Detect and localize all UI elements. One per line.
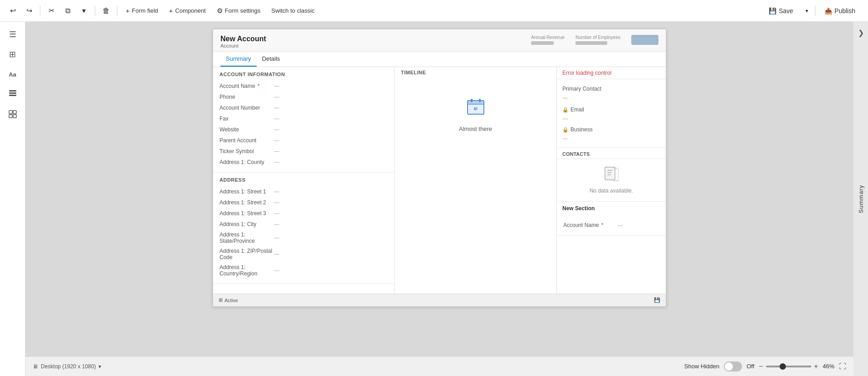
- field-value-new-account-name: ---: [618, 222, 623, 228]
- dropdown-button[interactable]: ▾: [77, 4, 91, 18]
- form-canvas: New Account Account Annual Revenue Numbe…: [213, 29, 666, 307]
- tab-details[interactable]: Details: [257, 52, 286, 67]
- form-subtitle: Account: [220, 43, 266, 48]
- svg-rect-2: [9, 90, 16, 92]
- publish-label: Publish: [834, 7, 855, 14]
- account-info-title: ACCOUNT INFORMATION: [219, 72, 388, 77]
- stat1-label: Annual Revenue: [531, 35, 565, 40]
- business-icon: 🔒: [562, 127, 569, 133]
- svg-rect-1: [9, 95, 16, 96]
- form-header: New Account Account Annual Revenue Numbe…: [213, 29, 666, 52]
- form-body: ACCOUNT INFORMATION Account Name * --- P…: [213, 67, 666, 294]
- field-label-country: Address 1: Country/Region: [219, 264, 274, 277]
- svg-rect-4: [13, 111, 16, 114]
- required-marker: *: [256, 83, 260, 89]
- separator-3: [117, 5, 117, 16]
- field-value-website: ---: [274, 126, 279, 133]
- field-value-zip: ---: [274, 251, 279, 257]
- redo-button[interactable]: ↪: [22, 4, 36, 18]
- sidebar-layers-icon[interactable]: [4, 85, 22, 103]
- left-sidebar: ☰ ⊞ Aa: [0, 22, 25, 376]
- zoom-plus-button[interactable]: +: [814, 362, 818, 371]
- table-row: Account Number ---: [219, 102, 388, 113]
- svg-rect-5: [9, 115, 12, 118]
- show-hidden-label: Show Hidden: [684, 363, 719, 370]
- bottom-bar: 🖥 Desktop (1920 x 1080) ▾ Show Hidden Of…: [25, 356, 853, 376]
- field-label-ticker: Ticker Symbol: [219, 148, 274, 154]
- business-value: ---: [562, 135, 660, 143]
- form-footer: ⊞ Active 💾: [213, 294, 666, 306]
- email-text: Email: [571, 106, 584, 113]
- field-label-county: Address 1: County: [219, 159, 274, 165]
- required-marker-2: *: [600, 222, 604, 228]
- business-text: Business: [571, 126, 593, 133]
- field-label-parent-account: Parent Account: [219, 137, 274, 144]
- field-value-phone: ---: [274, 94, 279, 100]
- form-settings-button[interactable]: ⚙ Form settings: [212, 5, 265, 17]
- publish-button[interactable]: 📤 Publish: [817, 5, 863, 17]
- field-value-state: ---: [274, 235, 279, 241]
- show-hidden-toggle[interactable]: [724, 362, 742, 371]
- separator-2: [95, 5, 95, 16]
- undo-button[interactable]: ↩: [5, 4, 20, 18]
- table-row: Address 1: Street 3 ---: [219, 208, 388, 219]
- cut-button[interactable]: ✂: [44, 4, 59, 18]
- address-section: ADDRESS Address 1: Street 1 --- Address …: [213, 173, 394, 284]
- right-collapse-button[interactable]: ❯: [854, 26, 867, 39]
- device-dropdown-icon[interactable]: ▾: [98, 363, 101, 370]
- address-title: ADDRESS: [219, 177, 388, 183]
- timeline-label: Almost there: [459, 125, 492, 132]
- switch-classic-button[interactable]: Switch to classic: [267, 5, 319, 16]
- field-value-country: ---: [274, 267, 279, 274]
- toolbar-right: 💾 Save ▾ 📤 Publish: [761, 3, 863, 19]
- no-data-section: No data available.: [557, 159, 666, 201]
- svg-rect-16: [607, 172, 612, 173]
- fullscreen-button[interactable]: ⛶: [839, 362, 846, 371]
- zoom-slider[interactable]: [766, 366, 811, 367]
- table-row: Account Name * ---: [563, 220, 659, 231]
- sidebar-component-icon[interactable]: [4, 105, 22, 123]
- stat2-placeholder: [575, 41, 607, 45]
- field-value-fax: ---: [274, 116, 279, 122]
- no-data-text: No data available.: [590, 188, 633, 194]
- save-dropdown-button[interactable]: ▾: [800, 3, 813, 19]
- form-field-button[interactable]: + Form field: [121, 5, 163, 17]
- field-label-phone: Phone: [219, 94, 274, 100]
- plus-icon-2: +: [169, 7, 173, 14]
- table-row: Fax ---: [219, 113, 388, 124]
- save-icon: 💾: [769, 7, 776, 14]
- field-value-parent-account: ---: [274, 137, 279, 144]
- email-value: ---: [562, 115, 660, 123]
- form-settings-label: Form settings: [225, 7, 261, 14]
- primary-contact-section: Primary Contact --- 🔒 Email --- 🔒 Busine…: [557, 79, 666, 148]
- form-status: ⊞ Active: [219, 297, 238, 303]
- field-value-street3: ---: [274, 210, 279, 217]
- field-label-new-account-name: Account Name *: [563, 222, 618, 228]
- sidebar-menu-icon[interactable]: ☰: [4, 25, 22, 43]
- svg-rect-14: [605, 167, 615, 180]
- toolbar: ↩ ↪ ✂ ⧉ ▾ 🗑 + Form field + Component ⚙ F…: [0, 0, 868, 22]
- field-value-street2: ---: [274, 199, 279, 206]
- field-label-account-number: Account Number: [219, 105, 274, 111]
- delete-button[interactable]: 🗑: [99, 4, 113, 18]
- form-header-stats: Annual Revenue Number of Employees: [531, 35, 658, 46]
- account-info-section: ACCOUNT INFORMATION Account Name * --- P…: [213, 67, 394, 173]
- sidebar-text-icon[interactable]: Aa: [4, 65, 22, 83]
- bottom-left: 🖥 Desktop (1920 x 1080) ▾: [33, 363, 101, 370]
- field-label-street1: Address 1: Street 1: [219, 188, 274, 195]
- sidebar-grid-icon[interactable]: ⊞: [4, 45, 22, 63]
- device-label[interactable]: Desktop (1920 x 1080): [41, 363, 96, 370]
- copy-button[interactable]: ⧉: [60, 4, 75, 18]
- stat2-label: Number of Employees: [575, 35, 620, 40]
- table-row: Address 1: ZIP/Postal Code ---: [219, 246, 388, 262]
- tab-summary[interactable]: Summary: [220, 52, 257, 67]
- field-label-fax: Fax: [219, 116, 274, 122]
- save-button[interactable]: 💾 Save: [761, 5, 800, 17]
- zoom-minus-button[interactable]: −: [759, 362, 763, 371]
- table-row: Phone ---: [219, 92, 388, 102]
- switch-classic-label: Switch to classic: [271, 7, 314, 14]
- component-button[interactable]: + Component: [165, 5, 210, 17]
- field-value-street1: ---: [274, 188, 279, 195]
- primary-contact-text: Primary Contact: [562, 86, 601, 92]
- status-text: Active: [224, 298, 238, 303]
